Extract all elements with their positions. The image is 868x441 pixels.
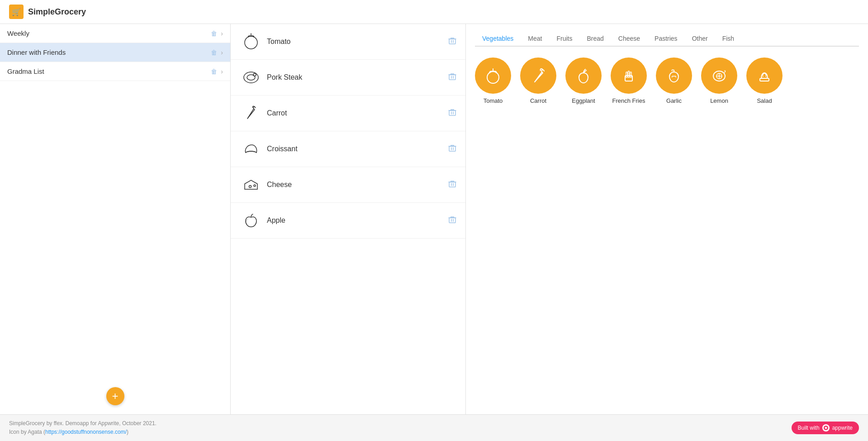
grocery-item-name: Pork Steak	[267, 73, 448, 81]
category-salad[interactable]: Salad	[746, 58, 783, 104]
tab-other[interactable]: Other	[685, 31, 715, 47]
delete-item-icon[interactable]	[448, 108, 456, 118]
categories-tabs: Vegetables Meat Fruits Bread Cheese Past…	[475, 31, 859, 47]
category-eggplant-circle	[565, 58, 602, 94]
category-grid: Tomato Carrot	[475, 58, 859, 104]
app-title: SimpleGrocery	[28, 7, 86, 17]
svg-point-8	[249, 186, 251, 188]
tab-cheese[interactable]: Cheese	[611, 31, 647, 47]
category-carrot-label: Carrot	[530, 97, 546, 104]
tab-meat[interactable]: Meat	[521, 31, 549, 47]
category-garlic[interactable]: Garlic	[656, 58, 692, 104]
grocery-item-carrot: Carrot	[231, 96, 465, 131]
sidebar-item-dinner-with-friends[interactable]: Dinner with Friends 🗑 ›	[0, 43, 230, 62]
tab-fish[interactable]: Fish	[715, 31, 741, 47]
grocery-item-croissant: Croissant	[231, 131, 465, 167]
category-garlic-circle	[656, 58, 692, 94]
svg-point-0	[245, 36, 257, 49]
category-lemon-label: Lemon	[710, 97, 728, 104]
category-tomato-label: Tomato	[484, 97, 503, 104]
add-list-button[interactable]: +	[106, 387, 124, 405]
grocery-item-name: Apple	[267, 216, 448, 225]
sidebar-item-label: Gradma List	[7, 67, 44, 75]
app-logo: 🛒	[9, 5, 24, 19]
grocery-item-tomato: Tomato	[231, 24, 465, 60]
delete-item-icon[interactable]	[448, 180, 456, 190]
delete-icon[interactable]: 🗑	[211, 30, 217, 37]
categories-panel: Vegetables Meat Fruits Bread Cheese Past…	[466, 24, 868, 414]
delete-icon[interactable]: 🗑	[211, 49, 217, 56]
category-tomato-circle	[475, 58, 511, 94]
apple-icon	[240, 209, 262, 232]
footer-text: SimpleGrocery by ffex. Demoapp for Appwr…	[9, 419, 157, 436]
items-panel: Tomato Pork Steak	[231, 24, 466, 414]
main-content: Weekly 🗑 › Dinner with Friends 🗑 › Gradm…	[0, 24, 868, 414]
category-salad-circle	[746, 58, 783, 94]
sidebar-item-label: Weekly	[7, 29, 29, 37]
svg-rect-16	[630, 72, 631, 77]
tab-bread[interactable]: Bread	[579, 31, 611, 47]
croissant-icon	[240, 138, 262, 160]
svg-rect-7	[449, 146, 455, 151]
grocery-item-cheese: Cheese	[231, 167, 465, 203]
appwrite-icon	[822, 424, 830, 431]
built-with-badge: Built with appwrite	[792, 422, 859, 434]
delete-item-icon[interactable]	[448, 37, 456, 47]
grocery-item-name: Tomato	[267, 38, 448, 46]
category-tomato[interactable]: Tomato	[475, 58, 511, 104]
sidebar-item-gradma-list[interactable]: Gradma List 🗑 ›	[0, 62, 230, 81]
footer: SimpleGrocery by ffex. Demoapp for Appwr…	[0, 414, 868, 441]
app-header: 🛒 SimpleGrocery	[0, 0, 868, 24]
svg-rect-14	[626, 72, 627, 77]
grocery-item-pork-steak: Pork Steak	[231, 60, 465, 96]
svg-rect-6	[449, 110, 455, 115]
svg-rect-11	[449, 218, 455, 223]
tomato-icon	[240, 30, 262, 53]
category-salad-label: Salad	[757, 97, 772, 104]
tab-pastries[interactable]: Pastries	[647, 31, 685, 47]
footer-line1: SimpleGrocery by ffex. Demoapp for Appwr…	[9, 419, 157, 428]
tab-vegetables[interactable]: Vegetables	[475, 31, 521, 47]
grocery-item-name: Croissant	[267, 145, 448, 153]
category-carrot-circle	[520, 58, 556, 94]
sidebar-item-label: Dinner with Friends	[7, 48, 66, 56]
category-garlic-label: Garlic	[666, 97, 682, 104]
chevron-right-icon: ›	[221, 30, 223, 37]
svg-rect-10	[449, 182, 455, 187]
svg-point-12	[487, 72, 499, 83]
delete-item-icon[interactable]	[448, 72, 456, 82]
category-eggplant-label: Eggplant	[572, 97, 595, 104]
svg-point-9	[254, 185, 256, 187]
svg-point-2	[244, 72, 258, 83]
grocery-item-name: Cheese	[267, 181, 448, 189]
chevron-right-icon: ›	[221, 68, 223, 75]
appwrite-label: appwrite	[832, 425, 853, 431]
footer-link[interactable]: https://goodstuffnononsense.com/	[45, 429, 127, 435]
category-french-fries[interactable]: French Fries	[611, 58, 647, 104]
chevron-right-icon: ›	[221, 49, 223, 56]
category-eggplant[interactable]: Eggplant	[565, 58, 602, 104]
carrot-icon	[240, 102, 262, 125]
sidebar: Weekly 🗑 › Dinner with Friends 🗑 › Gradm…	[0, 24, 231, 414]
grocery-item-name: Carrot	[267, 109, 448, 117]
svg-point-4	[253, 73, 256, 76]
delete-item-icon[interactable]	[448, 144, 456, 154]
svg-rect-1	[449, 39, 455, 44]
svg-rect-19	[760, 78, 769, 81]
category-french-fries-label: French Fries	[612, 97, 645, 104]
sidebar-item-weekly[interactable]: Weekly 🗑 ›	[0, 24, 230, 43]
built-with-text: Built with	[798, 425, 820, 431]
grocery-item-apple: Apple	[231, 203, 465, 239]
svg-rect-15	[628, 71, 630, 77]
svg-rect-5	[449, 75, 455, 80]
footer-line2: Icon by Agata (https://goodstuffnononsen…	[9, 428, 157, 436]
delete-icon[interactable]: 🗑	[211, 68, 217, 75]
category-lemon[interactable]: Lemon	[701, 58, 737, 104]
category-lemon-circle	[701, 58, 737, 94]
pork-steak-icon	[240, 66, 262, 89]
tab-fruits[interactable]: Fruits	[549, 31, 579, 47]
category-carrot[interactable]: Carrot	[520, 58, 556, 104]
delete-item-icon[interactable]	[448, 216, 456, 225]
category-french-fries-circle	[611, 58, 647, 94]
cheese-icon	[240, 173, 262, 196]
